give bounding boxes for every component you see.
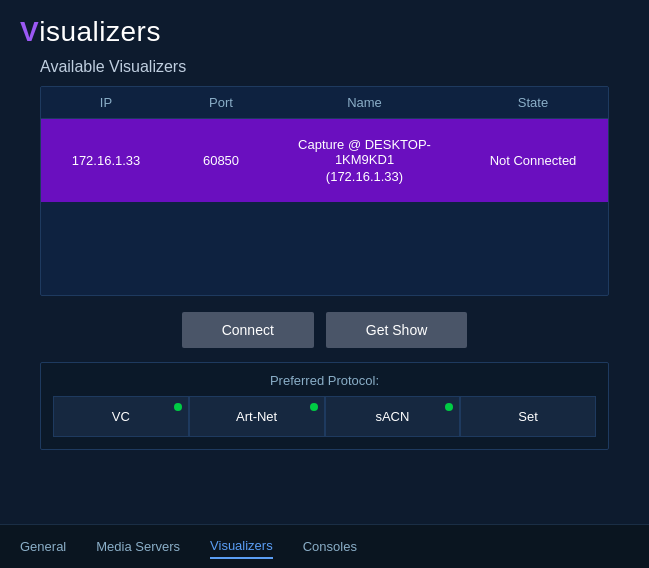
protocol-buttons: VC Art-Net sACN Set bbox=[53, 396, 596, 437]
protocol-artnet-button[interactable]: Art-Net bbox=[189, 396, 325, 437]
nav-visualizers[interactable]: Visualizers bbox=[210, 534, 273, 559]
table-body: 172.16.1.33 60850 Capture @ DESKTOP-1KM9… bbox=[41, 119, 608, 202]
col-port: Port bbox=[171, 95, 271, 110]
col-name: Name bbox=[271, 95, 458, 110]
cell-port: 60850 bbox=[171, 119, 271, 202]
page-title-accent: V bbox=[20, 16, 39, 47]
protocol-artnet-label: Art-Net bbox=[236, 409, 277, 424]
action-buttons: Connect Get Show bbox=[40, 312, 609, 348]
cell-name: Capture @ DESKTOP-1KM9KD1 (172.16.1.33) bbox=[271, 119, 458, 202]
protocol-vc-label: VC bbox=[112, 409, 130, 424]
connect-button[interactable]: Connect bbox=[182, 312, 314, 348]
cell-state: Not Connected bbox=[458, 119, 608, 202]
nav-general[interactable]: General bbox=[20, 535, 66, 558]
protocol-container: Preferred Protocol: VC Art-Net sACN Set bbox=[40, 362, 609, 450]
protocol-set-label: Set bbox=[518, 409, 538, 424]
get-show-button[interactable]: Get Show bbox=[326, 312, 467, 348]
protocol-sacn-label: sACN bbox=[375, 409, 409, 424]
table-header: IP Port Name State bbox=[41, 87, 608, 119]
protocol-set-button[interactable]: Set bbox=[460, 396, 596, 437]
protocol-sacn-button[interactable]: sACN bbox=[325, 396, 461, 437]
table-row[interactable]: 172.16.1.33 60850 Capture @ DESKTOP-1KM9… bbox=[41, 119, 608, 202]
nav-consoles[interactable]: Consoles bbox=[303, 535, 357, 558]
header: Visualizers bbox=[0, 0, 649, 58]
cell-ip: 172.16.1.33 bbox=[41, 119, 171, 202]
main-content: Available Visualizers IP Port Name State… bbox=[0, 58, 649, 524]
protocol-artnet-dot bbox=[310, 403, 318, 411]
protocol-vc-button[interactable]: VC bbox=[53, 396, 189, 437]
protocol-vc-dot bbox=[174, 403, 182, 411]
protocol-sacn-dot bbox=[445, 403, 453, 411]
cell-name-line2: (172.16.1.33) bbox=[326, 169, 403, 184]
protocol-label: Preferred Protocol: bbox=[53, 373, 596, 388]
app-container: Visualizers Available Visualizers IP Por… bbox=[0, 0, 649, 568]
col-state: State bbox=[458, 95, 608, 110]
cell-name-line1: Capture @ DESKTOP-1KM9KD1 bbox=[279, 137, 450, 167]
section-title: Available Visualizers bbox=[40, 58, 609, 76]
col-ip: IP bbox=[41, 95, 171, 110]
bottom-nav: General Media Servers Visualizers Consol… bbox=[0, 524, 649, 568]
page-title: Visualizers bbox=[20, 16, 161, 48]
nav-media-servers[interactable]: Media Servers bbox=[96, 535, 180, 558]
visualizers-table: IP Port Name State 172.16.1.33 60850 Cap… bbox=[40, 86, 609, 296]
page-title-rest: isualizers bbox=[39, 16, 161, 47]
